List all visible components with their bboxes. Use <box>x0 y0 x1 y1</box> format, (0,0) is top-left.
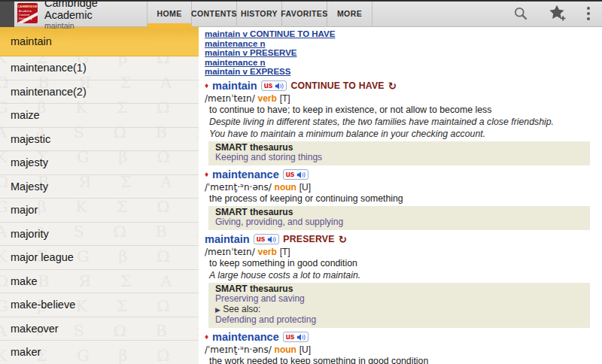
tab-bar: HOME CONTENTS HISTORY FAVORITES MORE <box>147 0 372 27</box>
cycle-guideword-icon[interactable]: ↻ <box>339 235 347 245</box>
part-of-speech: noun <box>275 182 296 193</box>
guideword: CONTINUE TO HAVE <box>290 80 384 91</box>
thesaurus-link[interactable]: Keeping and storing things <box>215 153 584 163</box>
tab-contents[interactable]: CONTENTS <box>192 0 237 27</box>
pronunciation-line: /meɪnˈteɪn/ verb [T] <box>205 93 594 104</box>
example-sentence: Despite living in different states, the … <box>205 117 594 127</box>
definition: to continue to have; to keep in existenc… <box>205 105 594 115</box>
list-item[interactable]: maintenance(2) <box>0 80 199 105</box>
word-list: maintain maintenance(1) maintenance(2) m… <box>0 27 199 364</box>
part-of-speech: noun <box>275 344 296 355</box>
tab-history[interactable]: HISTORY <box>237 0 282 27</box>
headword: maintain <box>205 233 250 245</box>
ipa: /meɪnˈteɪn/ <box>205 247 255 257</box>
grammar-code: [U] <box>299 182 311 193</box>
dictionary-entry: ♦ maintenance us /ˈmeɪnt̬·ᵊn·əns/ noun [… <box>205 168 594 204</box>
speaker-icon <box>296 333 306 341</box>
list-item[interactable]: Majesty <box>0 175 199 199</box>
definition: the process of keeping or continuing som… <box>205 193 594 204</box>
example-sentence: You have to maintain a minimum balance i… <box>205 129 594 139</box>
index-link[interactable]: maintain v EXPRESS <box>205 67 594 77</box>
part-of-speech: verb <box>258 93 277 104</box>
screen-corner-strip <box>0 0 14 27</box>
list-item[interactable]: majestic <box>0 128 199 152</box>
region-label: us <box>264 82 273 89</box>
entry-index-links: maintain v CONTINUE TO HAVE maintenance … <box>205 29 594 77</box>
list-item[interactable]: maker <box>0 341 199 364</box>
dictionary-entry: maintain us PRESERVE ↻ /meɪnˈteɪn/ verb … <box>205 233 594 281</box>
app-logo: CAMBRIDGE Academic Content Dictionary <box>17 3 38 23</box>
region-label: us <box>286 333 295 341</box>
pronunciation-line: /ˈmeɪnt̬·ᵊn·əns/ noun [U] <box>205 344 594 355</box>
pronunciation-line: /meɪnˈteɪn/ verb [T] <box>205 247 594 257</box>
us-audio-badge[interactable]: us <box>283 169 309 180</box>
speaker-icon <box>275 82 284 90</box>
list-item[interactable]: makeover <box>0 317 199 341</box>
action-icons <box>513 5 602 22</box>
entry-panel: maintain v CONTINUE TO HAVE maintenance … <box>199 27 602 364</box>
search-icon[interactable] <box>513 6 528 21</box>
guideword: PRESERVE <box>283 234 334 244</box>
current-word-subtitle: maintain <box>44 21 136 30</box>
definition: the work needed to keep something in goo… <box>205 356 594 364</box>
headword-line: ♦ maintenance us <box>205 168 594 181</box>
smart-thesaurus-box: SMART thesaurus Preserving and saving ▶ … <box>208 283 590 328</box>
thesaurus-link[interactable]: Preserving and saving <box>215 294 584 305</box>
tab-more[interactable]: MORE <box>327 0 372 27</box>
add-favorite-star-icon[interactable] <box>549 5 567 22</box>
frequency-diamond-icon: ♦ <box>205 333 208 341</box>
dictionary-entry: ♦ maintain us CONTINUE TO HAVE ↻ /meɪnˈt… <box>205 80 594 139</box>
headword-line: maintain us PRESERVE ↻ <box>205 233 594 246</box>
cycle-guideword-icon[interactable]: ↻ <box>388 81 397 92</box>
headword: maintenance <box>212 168 279 180</box>
grammar-code: [T] <box>280 93 290 104</box>
list-item[interactable]: maintenance(1) <box>0 56 199 80</box>
title-block: Cambridge Academic maintain <box>44 0 136 30</box>
overflow-menu-icon[interactable] <box>587 7 590 20</box>
list-item[interactable]: major league <box>0 246 199 270</box>
see-also-triangle-icon: ▶ <box>215 306 220 314</box>
thesaurus-link[interactable]: Giving, providing, and supplying <box>215 217 584 228</box>
pronunciation-line: /ˈmeɪnt̬·ᵊn·əns/ noun [U] <box>205 182 594 193</box>
index-link[interactable]: maintenance n <box>205 58 594 68</box>
see-also-label: See also: <box>223 304 260 314</box>
region-label: us <box>257 235 266 243</box>
screen-top-edge <box>0 0 602 2</box>
thesaurus-title: SMART thesaurus <box>215 284 584 295</box>
speaker-icon <box>267 235 276 244</box>
headword-line: ♦ maintenance us <box>205 331 594 344</box>
ipa: /ˈmeɪnt̬·ᵊn·əns/ <box>205 182 272 193</box>
list-item[interactable]: majority <box>0 223 199 247</box>
grammar-code: [T] <box>280 247 290 257</box>
part-of-speech: verb <box>258 247 277 257</box>
us-audio-badge[interactable]: us <box>261 80 287 91</box>
action-bar: CAMBRIDGE Academic Content Dictionary Ca… <box>0 0 602 27</box>
thesaurus-title: SMART thesaurus <box>215 143 584 153</box>
frequency-diamond-icon: ♦ <box>205 82 208 89</box>
list-item[interactable]: make <box>0 270 199 294</box>
frequency-diamond-icon: ♦ <box>205 171 208 178</box>
dictionary-entry: ♦ maintenance us /ˈmeɪnt̬·ᵊn·əns/ noun [… <box>205 331 594 364</box>
tab-favorites[interactable]: FAVORITES <box>282 0 327 27</box>
us-audio-badge[interactable]: us <box>283 332 309 342</box>
list-item[interactable]: make-believe <box>0 293 199 317</box>
index-link[interactable]: maintain v PRESERVE <box>205 48 594 58</box>
logo-title: CAMBRIDGE <box>17 5 38 8</box>
headword: maintenance <box>212 331 279 343</box>
index-link[interactable]: maintenance n <box>205 39 594 49</box>
index-link[interactable]: maintain v CONTINUE TO HAVE <box>205 29 594 39</box>
tab-home[interactable]: HOME <box>147 0 192 27</box>
headword-line: ♦ maintain us CONTINUE TO HAVE ↻ <box>205 80 594 93</box>
thesaurus-link[interactable]: Defending and protecting <box>215 315 584 326</box>
app-title: Cambridge Academic <box>44 0 136 21</box>
list-item[interactable]: maize <box>0 104 199 128</box>
list-item[interactable]: majesty <box>0 151 199 175</box>
example-sentence: A large house costs a lot to maintain. <box>205 270 594 281</box>
headword: maintain <box>212 80 257 92</box>
smart-thesaurus-box: SMART thesaurus Keeping and storing thin… <box>208 141 590 165</box>
ipa: /ˈmeɪnt̬·ᵊn·əns/ <box>205 344 272 355</box>
us-audio-badge[interactable]: us <box>254 234 280 244</box>
word-list-panel: A ∂ S Ω B Я Σ X K Σ G β Ω ∂ A S Ω B Я Σ … <box>0 27 199 364</box>
list-item[interactable]: major <box>0 199 199 223</box>
list-item-selected[interactable]: maintain <box>0 27 199 56</box>
